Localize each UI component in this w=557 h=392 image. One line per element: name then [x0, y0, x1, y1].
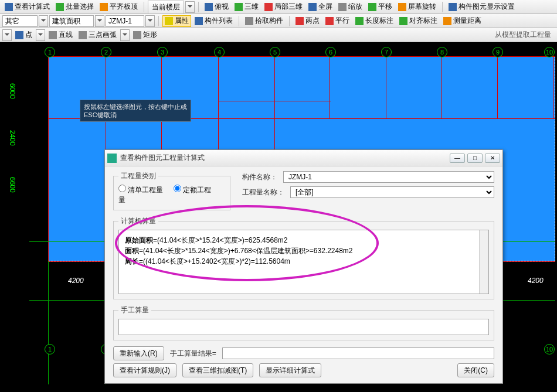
calc-key: 周长 — [125, 257, 139, 265]
select-icon — [56, 3, 64, 11]
parallel-icon — [325, 17, 334, 25]
combo-type[interactable]: 建筑面积 — [49, 15, 94, 27]
undo-dd[interactable] — [2, 29, 12, 41]
btn-view-rule[interactable]: 查看计算规则(J) — [113, 363, 176, 377]
btn-close[interactable]: 关闭(C) — [457, 363, 494, 377]
btn-label: 两点 — [305, 16, 320, 26]
view-3d[interactable]: 三维 — [232, 1, 261, 13]
menu-label: 缩放 — [348, 2, 362, 12]
combo-category[interactable]: 其它 — [2, 15, 38, 27]
scrollbar[interactable] — [479, 230, 488, 294]
axis-y-label: 6000 — [8, 83, 16, 99]
btn-label: 对齐标注 — [409, 16, 437, 26]
manual-input[interactable] — [118, 319, 489, 335]
btn-align-dim[interactable]: 对齐标注 — [397, 15, 440, 27]
zoom-icon — [338, 3, 347, 11]
combo-category-dd[interactable] — [39, 15, 48, 27]
combo-type-dd[interactable] — [95, 15, 104, 27]
point-icon — [15, 31, 23, 39]
grid-num: 1 — [45, 47, 55, 57]
properties-icon — [165, 17, 173, 25]
menu-align-slab[interactable]: 平齐板顶 — [97, 1, 140, 13]
menu-label: 查看计算式 — [15, 2, 50, 12]
calc-result-box[interactable]: 原始面积=(41.04<长度>*15.24<宽度>)=625.4568m2 面积… — [118, 230, 489, 294]
view-fullscreen[interactable]: 全屏 — [306, 1, 335, 13]
calc-key: 面积 — [125, 247, 139, 255]
btn-pick-member[interactable]: 拾取构件 — [243, 15, 286, 27]
align-icon — [100, 3, 108, 11]
manual-result-field[interactable] — [222, 347, 494, 359]
group-qty-type: 工程量类别 清单工程量 定额工程量 — [113, 171, 230, 210]
menu-label: 平移 — [378, 2, 392, 12]
group-computer-calc: 计算机算量 原始面积=(41.04<长度>*15.24<宽度>)=625.456… — [113, 216, 494, 299]
view-top[interactable]: 俯视 — [202, 1, 231, 13]
tab-dropdown[interactable] — [185, 1, 195, 13]
calc-icon — [5, 3, 13, 11]
view-rotate[interactable]: 屏幕旋转 — [396, 1, 439, 13]
menu-label: 全屏 — [318, 2, 332, 12]
btn-view-3d[interactable]: 查看三维扣减图(T) — [182, 363, 253, 377]
grid-num: 5 — [270, 47, 280, 57]
select-member-name[interactable]: JZMJ-1 — [283, 171, 494, 183]
btn-label: 平行 — [335, 16, 349, 26]
dialog-icon — [107, 154, 117, 163]
group-legend: 工程量类别 — [118, 171, 158, 181]
grid-num: 2 — [101, 47, 111, 57]
line-icon — [49, 31, 57, 39]
view-zoom[interactable]: 缩放 — [336, 1, 365, 13]
list-icon — [195, 17, 203, 25]
btn-two-point[interactable]: 两点 — [293, 15, 322, 27]
combo-member-dd[interactable] — [145, 15, 155, 27]
dialog-titlebar[interactable]: 查看构件图元工程量计算式 — □ ✕ — [105, 150, 502, 166]
menu-label: 构件图元显示设置 — [458, 2, 515, 12]
draw-rect[interactable]: 矩形 — [131, 29, 159, 41]
menu-view-calc[interactable]: 查看计算式 — [2, 1, 52, 13]
btn-label: 属性 — [175, 16, 189, 26]
minimize-button[interactable]: — — [450, 154, 465, 163]
toolbar-3: 点 直线 三点画弧 矩形 从模型提取工程量 — [0, 28, 557, 42]
grid-num: 7 — [381, 47, 392, 57]
dimension-text: 4200 — [68, 277, 84, 285]
selection-tooltip: 按鼠标左键选择图元，按右键中止或ESC键取消 — [80, 100, 191, 122]
view-pan[interactable]: 平移 — [366, 1, 395, 13]
view-local3d[interactable]: 局部三维 — [262, 1, 305, 13]
grid-num: 4 — [214, 47, 225, 57]
grid-num: 9 — [493, 47, 503, 57]
arc-dd[interactable] — [120, 29, 130, 41]
dimension-text: 4200 — [528, 277, 544, 285]
btn-show-detail[interactable]: 显示详细计算式 — [259, 363, 321, 377]
group-manual-calc: 手工算量 — [113, 305, 494, 340]
view-display-settings[interactable]: 构件图元显示设置 — [446, 1, 517, 13]
btn-reenter[interactable]: 重新输入(R) — [113, 346, 164, 360]
tab-current-floor[interactable]: 当前楼层 — [148, 1, 184, 13]
tab-label: 当前楼层 — [152, 2, 180, 12]
arc-icon — [79, 31, 87, 39]
cube-icon — [235, 3, 243, 11]
draw-line[interactable]: 直线 — [46, 29, 75, 41]
btn-properties[interactable]: 属性 — [162, 15, 191, 27]
radio-list-qty[interactable]: 清单工程量 — [118, 186, 163, 194]
group-legend: 计算机算量 — [118, 216, 158, 226]
point-dd[interactable] — [36, 29, 45, 41]
btn-member-list[interactable]: 构件列表 — [192, 15, 235, 27]
draw-point[interactable]: 点 — [13, 29, 35, 41]
btn-length-dim[interactable]: 长度标注 — [353, 15, 396, 27]
combo-member[interactable]: JZMJ-1 — [106, 15, 144, 27]
axis-y-label: 6600 — [8, 177, 16, 193]
draw-arc3[interactable]: 三点画弧 — [76, 29, 119, 41]
close-button[interactable]: ✕ — [485, 154, 500, 163]
rect-icon — [133, 31, 141, 39]
btn-measure[interactable]: 测量距离 — [441, 15, 484, 27]
btn-label: 三点画弧 — [89, 30, 117, 40]
group-legend: 手工算量 — [118, 305, 151, 315]
btn-parallel[interactable]: 平行 — [323, 15, 352, 27]
grid-num: 10 — [544, 47, 555, 57]
rotate-icon — [398, 3, 406, 11]
label-qty-name: 工程量名称： — [242, 188, 284, 197]
aligndim-icon — [399, 17, 407, 25]
right-status: 从模型提取工程量 — [495, 30, 555, 40]
maximize-button[interactable]: □ — [467, 154, 483, 163]
select-qty-name[interactable]: [全部] — [290, 186, 494, 198]
menu-batch-select[interactable]: 批量选择 — [53, 1, 96, 13]
label-member-name: 构件名称： — [242, 172, 277, 182]
